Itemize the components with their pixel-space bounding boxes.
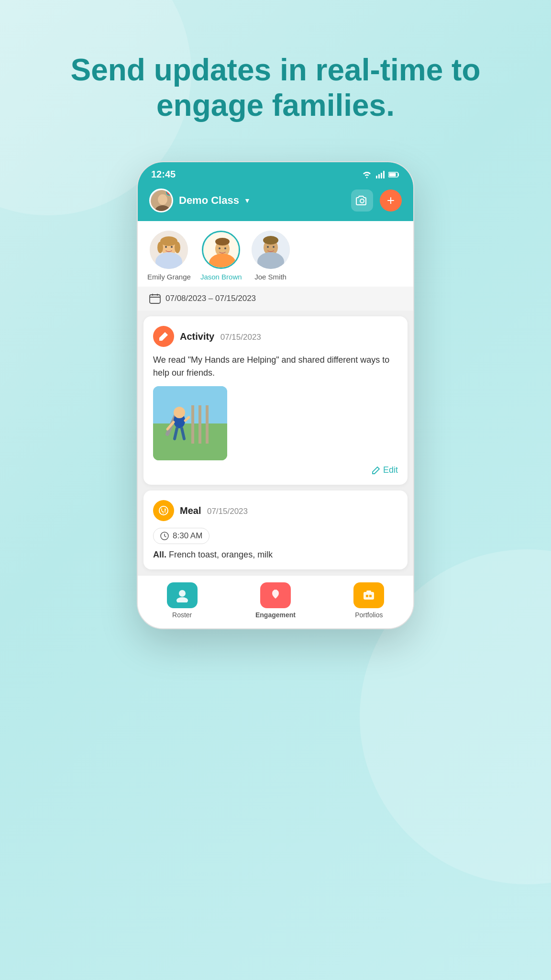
meal-card-title: Meal <box>180 505 201 516</box>
dropdown-arrow-icon: ▼ <box>244 197 251 204</box>
svg-point-14 <box>157 242 163 253</box>
emily-avatar-svg <box>150 231 188 269</box>
bottom-nav: Roster Engagement <box>138 575 413 628</box>
svg-point-46 <box>176 597 188 602</box>
svg-rect-48 <box>366 590 371 592</box>
edit-button[interactable]: Edit <box>372 465 398 475</box>
svg-point-29 <box>273 246 275 248</box>
engagement-icon <box>268 588 283 602</box>
teacher-avatar[interactable] <box>149 189 173 212</box>
engagement-label: Engagement <box>255 611 296 619</box>
svg-point-22 <box>219 247 220 249</box>
svg-point-45 <box>179 590 186 597</box>
activity-card-header: Activity 07/15/2023 <box>153 326 398 347</box>
calendar-icon <box>149 293 161 304</box>
header-left: Demo Class ▼ <box>149 189 251 212</box>
phone-mockup: 12:45 <box>137 161 414 629</box>
edit-icon <box>372 466 380 475</box>
activity-card-title: Activity <box>180 331 214 342</box>
student-item-joe[interactable]: Joe Smith <box>252 231 290 281</box>
student-avatar-jason <box>202 231 240 269</box>
portfolios-icon-bg <box>353 582 384 608</box>
meal-card: Meal 07/15/2023 8:30 AM All. French toas… <box>143 490 408 569</box>
svg-rect-5 <box>389 173 396 176</box>
activity-card-date: 07/15/2023 <box>220 333 261 342</box>
add-button[interactable]: + <box>380 189 402 212</box>
meal-icon-svg <box>158 505 169 516</box>
svg-point-23 <box>224 247 226 249</box>
svg-point-43 <box>159 506 168 515</box>
svg-point-28 <box>267 246 269 248</box>
roster-icon <box>175 588 189 602</box>
svg-point-7 <box>158 194 167 205</box>
meal-bold: All. <box>153 550 166 559</box>
svg-point-15 <box>175 242 180 253</box>
activity-card-footer: Edit <box>153 465 398 475</box>
svg-rect-35 <box>206 405 209 444</box>
svg-rect-50 <box>369 595 372 597</box>
activity-card-image <box>153 386 227 460</box>
phone-frame: 12:45 <box>137 161 414 629</box>
meal-description: French toast, oranges, milk <box>169 550 273 559</box>
meal-time: 8:30 AM <box>173 531 202 541</box>
roster-icon-bg <box>167 582 198 608</box>
signal-icon <box>376 171 385 178</box>
meal-icon <box>153 500 174 521</box>
svg-rect-30 <box>150 295 160 303</box>
portfolios-icon <box>362 588 376 602</box>
student-avatar-emily <box>150 231 188 269</box>
camera-icon <box>355 195 369 206</box>
joe-avatar-svg <box>252 231 290 269</box>
engagement-icon-bg <box>260 582 291 608</box>
activity-icon-svg <box>158 331 169 342</box>
activity-card-title-row: Activity 07/15/2023 <box>180 331 261 342</box>
svg-rect-32 <box>153 423 227 460</box>
svg-rect-0 <box>376 176 377 178</box>
roster-label: Roster <box>172 611 192 619</box>
svg-rect-33 <box>191 405 194 444</box>
student-name-jason: Jason Brown <box>200 273 242 281</box>
class-selector[interactable]: Demo Class ▼ <box>179 194 251 207</box>
clock-icon <box>160 532 169 540</box>
date-range-bar: 07/08/2023 – 07/15/2023 <box>138 287 413 311</box>
activity-image-svg <box>153 386 227 460</box>
svg-point-16 <box>165 246 167 248</box>
svg-rect-34 <box>198 405 201 444</box>
svg-rect-47 <box>364 592 374 600</box>
nav-item-engagement[interactable]: Engagement <box>255 582 296 619</box>
student-item-emily[interactable]: Emily Grange <box>147 231 191 281</box>
meal-time-badge: 8:30 AM <box>153 528 209 544</box>
app-header: Demo Class ▼ + <box>138 184 413 221</box>
jason-avatar-svg <box>203 232 240 269</box>
page-headline: Send updates in real-time to engage fami… <box>60 53 491 123</box>
activity-card: Activity 07/15/2023 We read "My Hands ar… <box>143 316 408 485</box>
student-name-joe: Joe Smith <box>254 273 287 281</box>
battery-icon <box>388 171 400 178</box>
meal-card-header: Meal 07/15/2023 <box>153 500 398 521</box>
student-list: Emily Grange <box>138 221 413 287</box>
meal-text: All. French toast, oranges, milk <box>153 550 398 560</box>
student-name-emily: Emily Grange <box>147 273 191 281</box>
svg-point-9 <box>360 199 364 203</box>
content-area: Activity 07/15/2023 We read "My Hands ar… <box>138 311 413 575</box>
header-right: + <box>351 189 402 212</box>
svg-rect-1 <box>378 174 380 178</box>
nav-item-roster[interactable]: Roster <box>167 582 198 619</box>
meal-card-title-row: Meal 07/15/2023 <box>180 505 248 516</box>
svg-point-27 <box>263 236 278 245</box>
class-name-label: Demo Class <box>179 194 239 207</box>
student-avatar-joe <box>252 231 290 269</box>
portfolios-label: Portfolios <box>355 611 383 619</box>
wifi-icon <box>362 171 372 178</box>
svg-point-21 <box>215 238 230 245</box>
edit-label: Edit <box>383 465 398 475</box>
activity-icon <box>153 326 174 347</box>
svg-point-13 <box>160 236 177 246</box>
svg-point-17 <box>171 246 173 248</box>
student-item-jason[interactable]: Jason Brown <box>200 231 242 281</box>
camera-button[interactable] <box>351 189 373 212</box>
status-bar: 12:45 <box>138 162 413 184</box>
svg-rect-3 <box>383 171 385 178</box>
activity-card-body: We read "My Hands are Helping" and share… <box>153 354 398 379</box>
nav-item-portfolios[interactable]: Portfolios <box>353 582 384 619</box>
